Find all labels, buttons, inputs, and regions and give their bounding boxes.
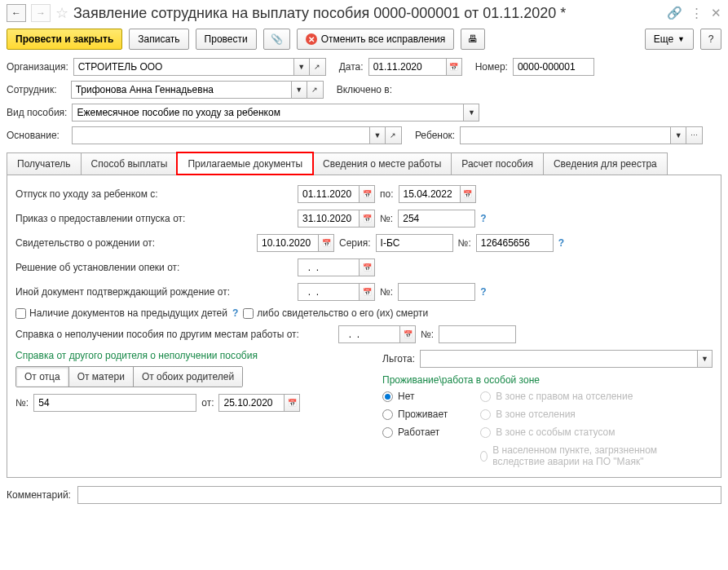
employee-label: Сотрудник: [7,84,57,95]
zone-title: Проживание\работа в особой зоне [382,374,713,386]
open-button[interactable]: ↗ [307,81,324,99]
other-work-cert-label: Справка о неполучении пособия по другим … [15,329,333,340]
calendar-button[interactable]: 📅 [399,325,416,343]
radio-resettle: В зоне с правом на отселение [480,391,692,402]
radio-mayak: В населенном пункте, загрязненном вследс… [480,444,692,467]
date-label: Дата: [339,61,364,73]
other-work-cert-date-input[interactable] [338,325,399,343]
benefit-type-input[interactable] [72,104,463,122]
ellipsis-button[interactable]: ⋯ [686,126,703,144]
tab-payment-method[interactable]: Способ выплаты [81,152,179,175]
cancel-fixes-button[interactable]: ✕ Отменить все исправления [297,29,455,50]
calendar-button[interactable]: 📅 [446,58,462,76]
toggle-mother[interactable]: От матери [69,367,134,387]
tab-attached-docs[interactable]: Прилагаемые документы [177,152,313,175]
privilege-label: Льгота: [382,353,415,365]
open-button[interactable]: ↗ [386,126,402,144]
more-button[interactable]: Еще ▼ [645,29,694,50]
number-input[interactable] [513,58,594,76]
tab-registry-info[interactable]: Сведения для реестра [543,152,668,175]
leave-to-input[interactable] [399,185,460,203]
post-button[interactable]: Провести [196,29,257,50]
leave-to-label: по: [380,188,394,200]
dropdown-button[interactable]: ▼ [293,58,310,76]
other-parent-cert-link[interactable]: Справка от другого родителя о неполучени… [15,350,358,361]
org-input[interactable] [73,58,293,76]
ref-date-input[interactable] [218,394,284,412]
guardianship-date-input[interactable] [298,258,359,276]
privilege-input[interactable] [420,350,697,368]
other-doc-no-input[interactable] [398,283,475,301]
forward-button[interactable]: → [31,4,51,22]
leave-from-input[interactable] [298,185,359,203]
order-date-input[interactable] [298,210,359,228]
save-close-button[interactable]: Провести и закрыть [7,29,122,50]
basis-input[interactable] [72,126,369,144]
dropdown-button[interactable]: ▼ [463,104,479,122]
birth-cert-no-input[interactable] [476,234,554,252]
radio-works[interactable]: Работает [382,426,448,438]
parent-toggle: От отца От матери От обоих родителей [15,366,243,387]
tab-work-info[interactable]: Сведения о месте работы [312,152,452,175]
calendar-button[interactable]: 📅 [359,185,375,203]
calendar-button[interactable]: 📅 [359,283,375,301]
help-icon[interactable]: ? [480,286,486,298]
calendar-button[interactable]: 📅 [460,185,476,203]
menu-icon[interactable]: ⋮ [690,6,703,20]
calendar-button[interactable]: 📅 [318,234,334,252]
birth-cert-date-input[interactable] [257,234,318,252]
radio-resettle2: В зоне отселения [480,409,692,420]
help-icon[interactable]: ? [232,307,238,319]
dropdown-button[interactable]: ▼ [291,81,307,99]
dropdown-button[interactable]: ▼ [697,350,713,368]
favorite-icon[interactable]: ☆ [55,4,68,22]
toggle-father[interactable]: От отца [16,367,69,387]
tab-benefit-calc[interactable]: Расчет пособия [451,152,544,175]
open-button[interactable]: ↗ [310,58,326,76]
help-icon[interactable]: ? [558,237,564,249]
print-button[interactable]: 🖶 [461,29,485,50]
dropdown-button[interactable]: ▼ [670,126,686,144]
help-icon[interactable]: ? [480,213,486,224]
back-button[interactable]: ← [7,4,26,22]
tabs: Получатель Способ выплаты Прилагаемые до… [7,152,721,175]
org-label: Организация: [7,61,68,73]
ref-no-input[interactable] [33,394,196,412]
calendar-button[interactable]: 📅 [359,210,375,228]
number-label: Номер: [475,61,508,73]
birth-cert-label: Свидетельство о рождении от: [15,237,252,249]
other-doc-date-input[interactable] [298,283,359,301]
cancel-icon: ✕ [306,33,317,45]
employee-input[interactable] [71,81,291,99]
benefit-type-label: Вид пособия: [7,107,67,118]
link-icon[interactable]: 🔗 [667,6,682,20]
birth-cert-series-input[interactable] [376,234,453,252]
paperclip-icon: 📎 [271,33,283,45]
birth-cert-no-label: №: [458,237,471,249]
dropdown-button[interactable]: ▼ [369,126,386,144]
date-input[interactable] [368,58,446,76]
order-no-input[interactable] [398,210,475,228]
comment-input[interactable] [77,486,721,504]
calendar-button[interactable]: 📅 [359,258,375,276]
help-button[interactable]: ? [700,29,721,50]
order-no-label: №: [380,213,393,224]
leave-from-label: Отпуск по уходу за ребенком с: [15,188,293,200]
death-cert-checkbox[interactable]: либо свидетельство о его (их) смерти [243,307,428,319]
calendar-button[interactable]: 📅 [284,394,300,412]
other-work-cert-no-input[interactable] [439,325,516,343]
radio-no[interactable]: Нет [382,391,448,402]
basis-label: Основание: [7,130,60,141]
close-icon[interactable]: ✕ [711,6,721,20]
radio-special: В зоне с особым статусом [480,426,692,438]
child-input[interactable] [460,126,670,144]
save-button[interactable]: Записать [129,29,188,50]
toggle-both[interactable]: От обоих родителей [134,367,242,387]
tab-recipient[interactable]: Получатель [7,152,82,175]
prev-children-checkbox[interactable]: Наличие документов на предыдущих детей [15,307,227,319]
radio-lives[interactable]: Проживает [382,409,448,420]
ref-no-label: №: [15,397,29,409]
guardianship-label: Решение об установлении опеки от: [15,262,293,273]
attach-button[interactable]: 📎 [263,29,290,50]
comment-label: Комментарий: [7,489,71,501]
